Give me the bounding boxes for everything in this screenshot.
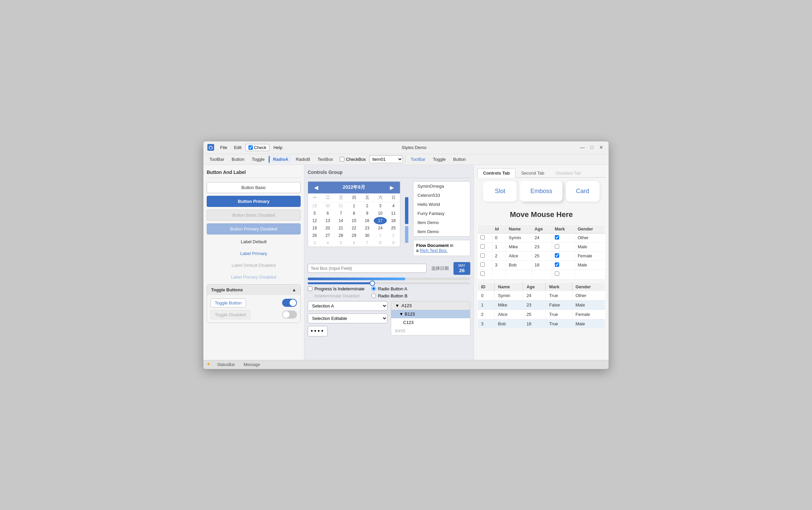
progress-indeterminate-input[interactable]	[308, 286, 312, 291]
menu-file[interactable]: File	[218, 144, 230, 151]
toggle-section-header[interactable]: Toggle Buttons ▲	[207, 284, 300, 295]
maximize-button[interactable]: □	[588, 144, 595, 151]
selection-a-select[interactable]: Selection A	[308, 301, 387, 311]
table-row[interactable]: 1 Mike 23 Male	[478, 242, 605, 251]
cal-day[interactable]: 12	[308, 217, 321, 224]
tb-button[interactable]: Button	[228, 156, 248, 163]
tb-checkbox-input[interactable]	[340, 157, 344, 161]
cal-day[interactable]: 22	[347, 224, 360, 232]
row-checkbox[interactable]	[481, 253, 485, 258]
tb-textbox[interactable]: TextBox	[314, 156, 336, 163]
cal-day[interactable]: 24	[374, 224, 387, 232]
list-item[interactable]: 1 Mike 23 False Male	[478, 300, 605, 309]
rtf-link-text[interactable]: Rich Text Box.	[420, 248, 448, 253]
menu-help[interactable]: Help	[271, 144, 285, 151]
cal-day[interactable]: 6	[347, 239, 360, 247]
card-emboss[interactable]: Emboss	[520, 181, 562, 202]
cal-day[interactable]: 10	[374, 210, 387, 217]
date-picker-button[interactable]: MAY 26	[454, 262, 470, 275]
row-checkbox[interactable]	[481, 235, 485, 240]
mark-checkbox[interactable]	[555, 244, 559, 249]
cal-day[interactable]: 20	[321, 224, 334, 232]
table-row[interactable]: 2 Alice 25 Female	[478, 251, 605, 260]
cal-day[interactable]: 14	[334, 217, 347, 224]
radio-a-input[interactable]	[371, 286, 376, 291]
col-id[interactable]: ID	[478, 282, 495, 291]
list-item[interactable]: Item Demo	[413, 227, 470, 236]
cal-day[interactable]: 5	[334, 239, 347, 247]
cal-day[interactable]: 3	[308, 239, 321, 247]
radio-a[interactable]: Radio Button A	[371, 286, 407, 291]
cal-day[interactable]: 23	[360, 224, 374, 232]
col-gender[interactable]: Gender	[572, 282, 605, 291]
selection-editable-select[interactable]: Selection Editable	[308, 313, 387, 323]
card-slot[interactable]: Slot	[483, 181, 517, 202]
mark-checkbox[interactable]	[555, 253, 559, 258]
col-name[interactable]: Name	[506, 224, 532, 233]
tb-toggle2[interactable]: Toggle	[430, 156, 449, 163]
table-row[interactable]: 3 Bob 18 Male	[478, 260, 605, 269]
cal-day[interactable]: 2	[387, 232, 400, 239]
cal-day[interactable]: 1	[374, 232, 387, 239]
cal-day[interactable]: 3	[374, 202, 387, 210]
toggle-switch-on[interactable]	[282, 299, 297, 307]
tb-toggle[interactable]: Toggle	[249, 156, 268, 163]
cal-day[interactable]: 7	[334, 210, 347, 217]
cal-day[interactable]: 30	[360, 232, 374, 239]
tree-item-a123[interactable]: ▼ A123	[391, 301, 470, 310]
cal-day[interactable]: 28	[334, 232, 347, 239]
cal-day[interactable]: 6	[321, 210, 334, 217]
cal-day[interactable]: 9	[360, 210, 374, 217]
cal-day[interactable]: 18	[387, 217, 400, 224]
cal-day[interactable]: 19	[308, 224, 321, 232]
tab-controls[interactable]: Controls Tab	[477, 168, 515, 178]
cal-day[interactable]: 13	[321, 217, 334, 224]
slider-knob[interactable]	[370, 280, 375, 286]
tab-second[interactable]: Second Tab	[515, 168, 550, 178]
cal-day[interactable]: 8	[374, 239, 387, 247]
text-input-field[interactable]	[308, 264, 427, 273]
status-message-item[interactable]: Message	[241, 362, 263, 368]
list-item[interactable]: Celeron533	[413, 191, 470, 200]
cal-day[interactable]: 11	[387, 210, 400, 217]
col-age[interactable]: Age	[531, 224, 552, 233]
cal-day[interactable]: 4	[387, 202, 400, 210]
status-bar-item[interactable]: StatusBar	[214, 362, 238, 368]
minimize-button[interactable]: —	[579, 144, 586, 151]
cal-day[interactable]: 26	[308, 232, 321, 239]
cal-day[interactable]: 2	[360, 202, 374, 210]
list-item[interactable]: Item Demo	[413, 218, 470, 227]
menu-check[interactable]: Check	[245, 144, 269, 151]
row-checkbox[interactable]	[481, 271, 485, 276]
row-checkbox[interactable]	[481, 262, 485, 267]
cal-day[interactable]: 29	[347, 232, 360, 239]
table-row[interactable]	[478, 269, 605, 278]
tree-item-b123[interactable]: ▼ B123	[391, 310, 470, 318]
cal-day-selected[interactable]: 17	[374, 217, 387, 224]
button-primary[interactable]: Button Primary	[207, 196, 301, 207]
tree-item-c123[interactable]: C123	[391, 318, 470, 327]
check-checkbox[interactable]	[249, 145, 253, 150]
col-mark[interactable]: Mark	[552, 224, 575, 233]
cal-day[interactable]: 9	[387, 239, 400, 247]
cal-day[interactable]: 29	[308, 202, 321, 210]
cal-day[interactable]: 21	[334, 224, 347, 232]
col-name[interactable]: Name	[495, 282, 523, 291]
cal-next-button[interactable]: ▶	[387, 184, 397, 191]
cal-day[interactable]: 27	[321, 232, 334, 239]
radio-b[interactable]: Radio Button B	[371, 293, 407, 298]
row-checkbox[interactable]	[481, 244, 485, 249]
tb-button2[interactable]: Button	[450, 156, 469, 163]
col-gender[interactable]: Gender	[575, 224, 605, 233]
cal-day[interactable]: 4	[321, 239, 334, 247]
progress-indeterminate-check[interactable]: Progress Is Indeterminate	[308, 286, 365, 291]
tb-radiob[interactable]: RadioB	[292, 156, 313, 163]
table-row[interactable]: 0 Symin 24 Other	[478, 233, 605, 242]
list-item[interactable]: Hello World	[413, 200, 470, 209]
button-basic[interactable]: Button Basic	[207, 182, 301, 193]
cal-day[interactable]: 8	[347, 210, 360, 217]
toggle-button[interactable]: Toggle Button	[210, 298, 246, 307]
cal-day[interactable]: 30	[321, 202, 334, 210]
mark-checkbox[interactable]	[555, 262, 559, 267]
list-item[interactable]: Furry Fantasy	[413, 209, 470, 218]
